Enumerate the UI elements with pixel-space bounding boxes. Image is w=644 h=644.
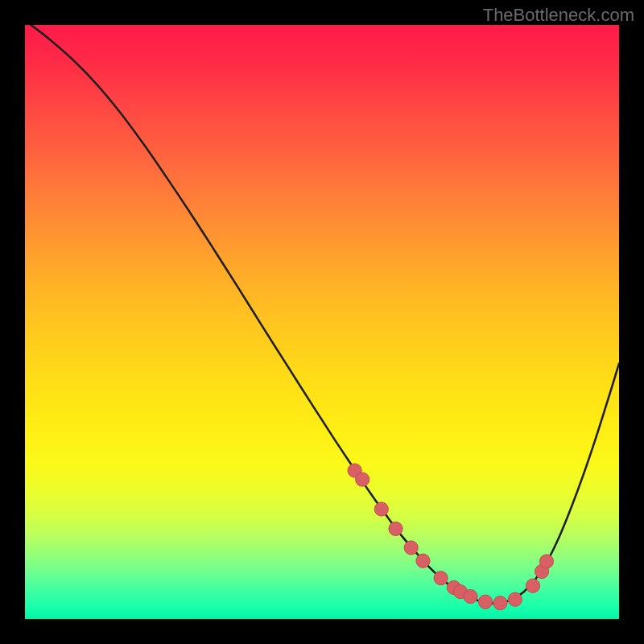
outer-frame: TheBottleneck.com	[0, 0, 644, 644]
highlight-point-marker	[404, 541, 418, 555]
highlight-point-marker	[478, 595, 492, 609]
highlight-point-marker	[464, 589, 477, 603]
bottleneck-curve-line	[31, 25, 619, 604]
plot-area	[25, 25, 619, 619]
highlight-point-marker	[416, 554, 430, 568]
highlight-point-marker	[374, 502, 388, 516]
watermark-text: TheBottleneck.com	[483, 5, 634, 26]
highlight-point-marker	[508, 592, 522, 606]
chart-svg	[25, 25, 619, 619]
highlight-markers	[348, 464, 554, 610]
highlight-point-marker	[434, 571, 448, 584]
highlight-point-marker	[389, 522, 402, 535]
highlight-point-marker	[356, 473, 369, 486]
highlight-point-marker	[493, 596, 507, 609]
highlight-point-marker	[526, 579, 539, 592]
highlight-point-marker	[539, 555, 553, 568]
